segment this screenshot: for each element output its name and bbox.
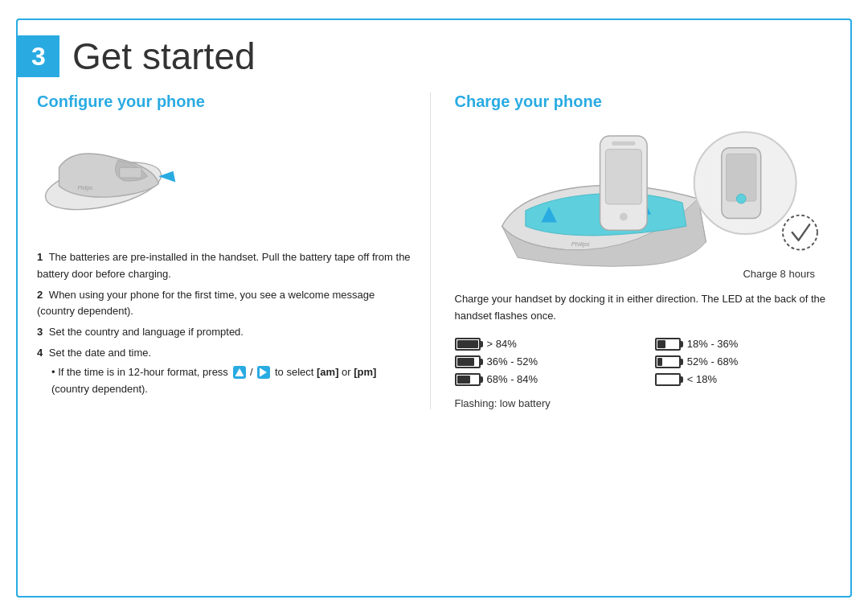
configure-phone-svg: Philips xyxy=(37,126,214,231)
battery-icon-75 xyxy=(455,355,481,368)
svg-rect-14 xyxy=(612,142,635,146)
section-number: 3 xyxy=(31,42,46,72)
configure-title: Configure your phone xyxy=(37,92,414,111)
step-2: 2 When using your phone for the first ti… xyxy=(37,287,414,321)
battery-icon-empty xyxy=(655,373,681,386)
battery-item-3: 18% - 36% xyxy=(655,338,831,351)
svg-rect-9 xyxy=(260,368,261,376)
steps-list: 1 The batteries are pre-installed in the… xyxy=(37,249,414,397)
step-3-text: Set the country and language if prompted… xyxy=(49,326,244,338)
nav-right-icon xyxy=(256,364,272,380)
battery-label-3: 18% - 36% xyxy=(687,338,739,350)
svg-point-20 xyxy=(736,194,746,203)
battery-label-4: 52% - 68% xyxy=(687,355,739,368)
battery-item-5: < 18% xyxy=(655,373,831,386)
configure-illustration: Philips xyxy=(37,122,414,235)
battery-icon-60 xyxy=(455,373,481,386)
svg-point-16 xyxy=(619,213,627,221)
to-label: to xyxy=(275,366,284,378)
charge-description: Charge your handset by docking it in eit… xyxy=(455,291,832,325)
battery-item-4: 52% - 68% xyxy=(655,355,831,368)
page-title: Get started xyxy=(72,35,256,78)
section-number-box: 3 xyxy=(18,35,59,77)
sub-bullet-end: (country dependent). xyxy=(51,383,148,395)
flashing-label: Flashing: low battery xyxy=(455,397,832,409)
step-4-bullet: • If the time is in 12-hour format, pres… xyxy=(51,364,414,398)
battery-item-2: 68% - 84% xyxy=(455,373,631,386)
svg-text:Philips: Philips xyxy=(571,240,589,248)
charge-title: Charge your phone xyxy=(455,92,832,111)
battery-item-1: 36% - 52% xyxy=(455,355,631,368)
svg-rect-3 xyxy=(120,167,142,178)
main-content: Configure your phone Philips xyxy=(18,92,850,425)
sub-bullet-mid: select xyxy=(286,366,317,378)
svg-rect-15 xyxy=(605,150,641,204)
sub-bullet-text: If the time is in 12-hour format, press xyxy=(58,366,228,378)
battery-label-5: < 18% xyxy=(687,373,717,385)
step-4-text: Set the date and time. xyxy=(49,347,151,359)
am-label: [am] xyxy=(317,366,338,378)
svg-rect-6 xyxy=(235,375,244,376)
page-header: 3 Get started xyxy=(18,20,850,86)
pm-label: [pm] xyxy=(354,366,376,378)
step-1: 1 The batteries are pre-installed in the… xyxy=(37,249,414,283)
page-container: 3 Get started Configure your phone Phili… xyxy=(16,18,852,598)
step-1-text: The batteries are pre-installed in the h… xyxy=(37,251,411,280)
step-3: 3 Set the country and language if prompt… xyxy=(37,324,414,341)
step-2-text: When using your phone for the first time… xyxy=(37,289,375,318)
charge-illustration: Philips xyxy=(455,122,832,283)
battery-item-0: > 84% xyxy=(455,338,631,351)
battery-label-0: > 84% xyxy=(487,338,517,350)
battery-label-2: 68% - 84% xyxy=(487,373,538,385)
step-4: 4 Set the date and time. • If the time i… xyxy=(37,345,414,397)
configure-section: Configure your phone Philips xyxy=(37,92,431,409)
charge-hours-label: Charge 8 hours xyxy=(743,268,815,280)
battery-icon-full xyxy=(455,338,481,351)
charge-phone-svg: Philips xyxy=(455,122,832,283)
nav-up-icon xyxy=(231,364,248,380)
charge-section: Charge your phone Philips xyxy=(447,92,832,409)
battery-icon-25 xyxy=(655,355,681,368)
battery-grid: > 84% 18% - 36% 36% - 52% 52% - 68% xyxy=(455,338,832,386)
svg-point-21 xyxy=(782,216,817,250)
or-label: or xyxy=(342,366,354,378)
battery-label-1: 36% - 52% xyxy=(487,355,538,368)
battery-icon-40 xyxy=(655,338,681,351)
svg-text:Philips: Philips xyxy=(77,185,93,191)
